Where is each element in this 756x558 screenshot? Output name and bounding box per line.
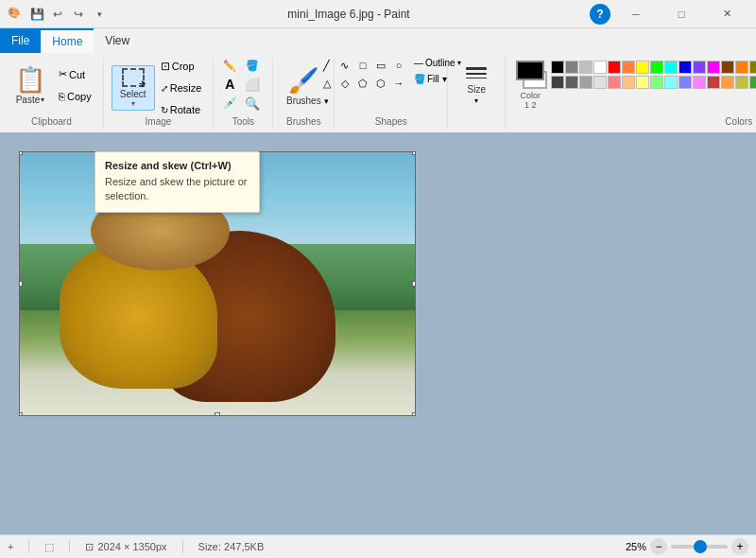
tab-view[interactable]: View bbox=[94, 28, 141, 53]
color-silver[interactable] bbox=[579, 61, 593, 74]
zoom-thumb[interactable] bbox=[694, 540, 707, 553]
rotate-icon: ↻ bbox=[161, 105, 168, 115]
cut-button[interactable]: ✂ Cut bbox=[55, 65, 95, 84]
color-medgray[interactable] bbox=[565, 76, 578, 89]
resize-handle-bl[interactable] bbox=[19, 412, 23, 416]
size-items: Size ▾ bbox=[455, 57, 497, 129]
color-yellow[interactable] bbox=[636, 61, 649, 74]
resize-button[interactable]: ⤢ Resize bbox=[157, 78, 206, 97]
color-lemon[interactable] bbox=[636, 76, 649, 89]
tab-home[interactable]: Home bbox=[41, 28, 94, 53]
file-size: Size: 247,5KB bbox=[198, 541, 265, 552]
shape-rect[interactable]: □ bbox=[354, 57, 371, 74]
shape-pentagon[interactable]: ⬠ bbox=[354, 75, 371, 92]
color-orange[interactable] bbox=[622, 61, 635, 74]
zoom-out-button[interactable]: − bbox=[650, 538, 667, 555]
shape-curve[interactable]: ∿ bbox=[336, 57, 353, 74]
color-peach[interactable] bbox=[622, 76, 635, 89]
shape-rhombus[interactable]: ◇ bbox=[336, 75, 353, 92]
zoom-slider[interactable] bbox=[671, 545, 728, 549]
select-button[interactable]: ✛ Select ▾ bbox=[112, 65, 155, 111]
crop-icon: ⊡ bbox=[161, 60, 170, 73]
zoom-in-button[interactable]: + bbox=[731, 538, 748, 555]
resize-handle-br[interactable] bbox=[412, 412, 416, 416]
text-tool[interactable]: A bbox=[221, 76, 238, 93]
shape-line[interactable]: ╱ bbox=[318, 57, 335, 74]
tools-group: ✏️ 🪣 A ⬜ 💉 🔍 Tools bbox=[214, 57, 273, 129]
colorpicker-tool[interactable]: 💉 bbox=[221, 95, 238, 112]
redo-button[interactable]: ↪ bbox=[70, 6, 87, 23]
color-darkgray[interactable] bbox=[551, 76, 564, 89]
pencil-tool[interactable]: ✏️ bbox=[221, 57, 238, 74]
maximize-button[interactable]: □ bbox=[660, 0, 703, 28]
brushes-icon: 🖌️ bbox=[288, 66, 318, 96]
paste-dropdown-arrow[interactable]: ▾ bbox=[41, 96, 44, 104]
tooltip-text: Resize and skew the picture or selection… bbox=[105, 175, 249, 204]
color-darkorange[interactable] bbox=[735, 61, 748, 74]
status-divider-3 bbox=[182, 540, 183, 553]
color1-swatch[interactable] bbox=[516, 61, 544, 80]
color-magenta[interactable] bbox=[707, 61, 720, 74]
shape-roundrect[interactable]: ▭ bbox=[372, 57, 389, 74]
color-white[interactable] bbox=[593, 61, 607, 74]
select-arrow[interactable]: ▾ bbox=[131, 99, 135, 108]
color-lightred[interactable] bbox=[608, 76, 621, 89]
color-olive[interactable] bbox=[749, 61, 756, 74]
color-mint[interactable] bbox=[650, 76, 663, 89]
canvas-area[interactable]: Resize and skew (Ctrl+W) Resize and skew… bbox=[0, 132, 756, 534]
color-blue[interactable] bbox=[679, 61, 692, 74]
resize-handle-ml[interactable] bbox=[19, 281, 23, 287]
tab-file[interactable]: File bbox=[0, 28, 41, 53]
color-gray[interactable] bbox=[565, 61, 578, 74]
resize-handle-tr[interactable] bbox=[412, 151, 416, 155]
color-brown[interactable] bbox=[721, 61, 734, 74]
color-lime[interactable] bbox=[650, 61, 663, 74]
paste-button[interactable]: 📋 Paste ▾ bbox=[8, 57, 53, 113]
undo-button[interactable]: ↩ bbox=[49, 6, 66, 23]
resize-handle-bm[interactable] bbox=[215, 412, 220, 416]
shape-hexagon[interactable]: ⬡ bbox=[372, 75, 389, 92]
color-red[interactable] bbox=[608, 61, 621, 74]
color-black[interactable] bbox=[551, 61, 564, 74]
color-darkred[interactable] bbox=[707, 76, 720, 89]
window-title: mini_Image 6.jpg - Paint bbox=[108, 8, 590, 21]
outline-icon: — bbox=[414, 58, 423, 68]
app-icon: 🎨 bbox=[8, 7, 23, 22]
color-verylight[interactable] bbox=[593, 76, 607, 89]
color-amber[interactable] bbox=[721, 76, 734, 89]
minimize-button[interactable]: ─ bbox=[614, 0, 658, 28]
paste-icon: 📋 bbox=[15, 65, 45, 95]
shape-more[interactable]: ▾ bbox=[318, 93, 335, 110]
select-label: Select bbox=[120, 89, 146, 99]
resize-handle-mr[interactable] bbox=[412, 281, 416, 287]
fill-tool[interactable]: 🪣 bbox=[244, 57, 261, 74]
color-orchid[interactable] bbox=[693, 76, 706, 89]
color-lightgray[interactable] bbox=[579, 76, 593, 89]
resize-handle-tl[interactable] bbox=[19, 151, 23, 155]
crop-button[interactable]: ⊡ Crop bbox=[157, 57, 206, 76]
save-button[interactable]: 💾 bbox=[28, 6, 45, 23]
color-lightaqua[interactable] bbox=[664, 76, 678, 89]
add-item-button[interactable]: + bbox=[8, 541, 13, 552]
color-periwinkle[interactable] bbox=[679, 76, 692, 89]
add-icon: + bbox=[8, 541, 13, 552]
size-arrow[interactable]: ▾ bbox=[474, 96, 478, 105]
color-purple[interactable] bbox=[693, 61, 706, 74]
color-khaki[interactable] bbox=[735, 76, 748, 89]
shape-arrow[interactable]: → bbox=[390, 75, 407, 92]
magnifier-tool[interactable]: 🔍 bbox=[244, 95, 261, 112]
shape-ellipse[interactable]: ○ bbox=[390, 57, 407, 74]
close-button[interactable]: ✕ bbox=[705, 0, 748, 28]
copy-button[interactable]: ⎘ Copy bbox=[55, 87, 95, 106]
dropdown-arrow[interactable]: ▾ bbox=[91, 6, 108, 23]
eraser-tool[interactable]: ⬜ bbox=[244, 76, 261, 93]
image-label: Image bbox=[146, 116, 172, 127]
color-cyan[interactable] bbox=[664, 61, 678, 74]
fill-icon: 🪣 bbox=[414, 74, 425, 84]
help-button[interactable]: ? bbox=[590, 4, 610, 25]
size-button[interactable]: Size ▾ bbox=[455, 59, 497, 113]
shape-triangle[interactable]: △ bbox=[318, 75, 335, 92]
color1-label: Color bbox=[521, 91, 541, 100]
color-medgreen[interactable] bbox=[749, 76, 756, 89]
palette-row-2 bbox=[551, 76, 756, 89]
